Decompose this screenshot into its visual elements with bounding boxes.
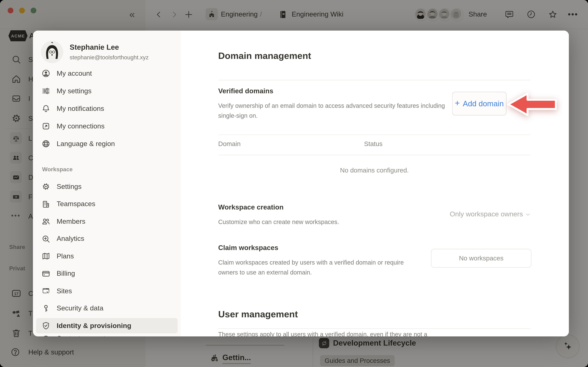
- nav-security-data[interactable]: Security & data: [36, 301, 178, 316]
- page-title: Domain management: [218, 50, 311, 61]
- verified-domains-description: Verify ownership of an email domain to a…: [218, 101, 458, 121]
- analytics-search-icon: [41, 234, 51, 243]
- no-workspaces-button[interactable]: No workspaces: [431, 249, 531, 268]
- account-email: stephanie@toolsforthought.xyz: [70, 54, 148, 60]
- claim-workspaces-description: Claim workspaces created by users with a…: [218, 258, 412, 277]
- person-circle-icon: [41, 69, 51, 78]
- settings-content-panel: Domain management Verified domains Verif…: [181, 31, 569, 336]
- nav-analytics[interactable]: Analytics: [36, 231, 178, 246]
- nav-sites[interactable]: Sites: [36, 283, 178, 299]
- annotation-arrow-icon: [507, 92, 557, 117]
- nav-my-notifications[interactable]: My notifications: [36, 101, 178, 116]
- user-management-heading: User management: [218, 309, 298, 320]
- workspace-creation-select[interactable]: Only workspace owners: [450, 210, 531, 218]
- building-icon: [41, 200, 51, 209]
- account-name: Stephanie Lee: [70, 43, 119, 52]
- settings-modal: Stephanie Lee stephanie@toolsforthought.…: [33, 31, 569, 336]
- add-domain-button[interactable]: + Add domain: [452, 92, 507, 116]
- chevron-down-icon: [525, 212, 531, 217]
- members-icon: [41, 217, 51, 226]
- table-header-domain: Domain: [218, 140, 241, 148]
- map-icon: [41, 251, 51, 261]
- nav-my-account[interactable]: My account: [36, 66, 178, 81]
- workspace-creation-description: Customize who can create new workspaces.: [218, 217, 339, 227]
- globe-icon: [41, 139, 51, 148]
- gear-icon: [41, 182, 51, 191]
- nav-teamspaces[interactable]: Teamspaces: [36, 196, 178, 212]
- nav-workspace-settings[interactable]: Settings: [36, 179, 178, 194]
- nav-members[interactable]: Members: [36, 214, 178, 229]
- user-management-clipped-text: These settings apply to all users with a…: [218, 331, 536, 336]
- sliders-icon: [41, 86, 51, 96]
- arrow-out-box-icon: [41, 122, 51, 131]
- nav-my-connections[interactable]: My connections: [36, 118, 178, 134]
- account-nav: My account My settings My notifications …: [36, 66, 178, 154]
- key-icon: [41, 304, 51, 313]
- user-avatar: [41, 41, 63, 63]
- credit-card-icon: [41, 269, 51, 278]
- verified-domains-heading: Verified domains: [218, 87, 273, 95]
- workspace-creation-heading: Workspace creation: [218, 203, 284, 211]
- table-top-border: [218, 134, 531, 135]
- table-header-status: Status: [364, 140, 383, 148]
- nav-billing[interactable]: Billing: [36, 266, 178, 281]
- circle-icon: [41, 334, 51, 336]
- app-window: « Engineering / Engineering Wiki Share •…: [0, 0, 588, 367]
- claim-workspaces-heading: Claim workspaces: [218, 244, 278, 252]
- shield-check-icon: [41, 321, 51, 330]
- section-divider: [218, 80, 531, 80]
- nav-clipped-item[interactable]: Contact support: [36, 331, 178, 336]
- browser-cursor-icon: [41, 286, 51, 296]
- bell-icon: [41, 104, 51, 113]
- nav-plans[interactable]: Plans: [36, 249, 178, 264]
- screen: « Engineering / Engineering Wiki Share •…: [0, 0, 588, 367]
- plus-icon: +: [455, 98, 460, 108]
- nav-my-settings[interactable]: My settings: [36, 83, 178, 99]
- table-header-border: [218, 155, 531, 155]
- settings-nav-panel: Stephanie Lee stephanie@toolsforthought.…: [33, 31, 181, 336]
- workspace-section-label: Workspace: [42, 166, 73, 173]
- table-empty-state: No domains configured.: [218, 167, 531, 174]
- user-management-divider: [218, 328, 531, 329]
- nav-language-region[interactable]: Language & region: [36, 136, 178, 151]
- workspace-nav: Settings Teamspaces Members Analytics Pl…: [36, 179, 178, 336]
